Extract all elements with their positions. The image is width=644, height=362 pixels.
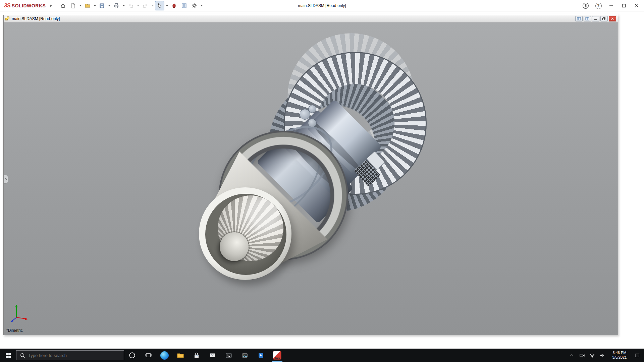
minimize-icon [608, 3, 614, 9]
settings-button[interactable] [190, 1, 199, 10]
account-button[interactable] [580, 1, 592, 11]
network-button[interactable] [587, 349, 597, 362]
mouse-gestures-button[interactable] [169, 1, 179, 10]
chevron-down-icon [79, 5, 82, 6]
minimize-icon [594, 17, 598, 20]
open-button[interactable] [83, 1, 92, 10]
task-view-icon [145, 352, 152, 359]
home-button[interactable] [58, 1, 68, 10]
doc-minimize-button[interactable] [592, 16, 599, 21]
photos-button[interactable] [237, 349, 253, 362]
select-cursor-icon [157, 3, 163, 9]
save-dropdown[interactable] [107, 1, 111, 10]
redo-button[interactable] [141, 1, 150, 10]
chevron-down-icon [94, 5, 96, 6]
cortana-button[interactable] [124, 349, 140, 362]
doc-pane-left-button[interactable] [575, 16, 583, 21]
chevron-down-icon [151, 5, 154, 6]
app-titlebar: 3S SOLIDWORKS [0, 0, 644, 11]
task-pane-icon [181, 3, 187, 9]
show-desktop-button[interactable] [642, 349, 644, 362]
command-prompt-button[interactable] [221, 349, 237, 362]
chevron-down-icon [137, 5, 140, 6]
engine-fitting-cylinder-2 [308, 105, 316, 113]
redo-dropdown[interactable] [151, 1, 154, 10]
solidworks-app-icon: 2021 [273, 351, 281, 360]
hidden-icons-button[interactable] [567, 349, 577, 362]
close-button[interactable] [631, 1, 643, 11]
camera-icon [579, 353, 585, 358]
minimize-button[interactable] [605, 1, 617, 11]
menu-flyout-arrow[interactable] [48, 1, 54, 10]
doc-pane-right-button[interactable] [584, 16, 591, 21]
help-icon: ? [595, 3, 602, 9]
chevron-down-icon [108, 5, 111, 6]
mail-icon [209, 352, 216, 358]
cortana-icon [129, 352, 136, 359]
chevron-down-icon [122, 5, 125, 6]
redo-icon [142, 3, 148, 9]
new-document-button[interactable] [68, 1, 78, 10]
start-button[interactable] [0, 349, 16, 362]
gear-icon [191, 3, 197, 9]
system-tray: 3:46 PM 3/5/2021 [567, 349, 644, 362]
print-dropdown[interactable] [122, 1, 125, 10]
account-icon [582, 2, 589, 9]
meet-now-button[interactable] [577, 349, 587, 362]
taskbar-clock[interactable]: 3:46 PM 3/5/2021 [607, 349, 632, 362]
task-pane-button[interactable] [179, 1, 189, 10]
solidworks-version-badge: 2021 [273, 357, 281, 359]
clock-date: 3/5/2021 [612, 355, 627, 360]
chevron-right-icon [50, 4, 52, 7]
file-explorer-icon [177, 352, 184, 359]
document-title: main.SLDASM [Read-only] [12, 16, 573, 21]
command-prompt-icon [225, 352, 232, 359]
help-button[interactable]: ? [592, 1, 604, 11]
select-tool-button[interactable] [155, 1, 164, 10]
save-button[interactable] [97, 1, 107, 10]
document-titlebar[interactable]: main.SLDASM [Read-only] [4, 15, 618, 22]
action-center-button[interactable] [632, 349, 642, 362]
windows-logo-icon [5, 352, 11, 359]
maximize-button[interactable] [618, 1, 630, 11]
pane-icon [585, 17, 589, 20]
mail-button[interactable] [205, 349, 221, 362]
select-tool-dropdown[interactable] [165, 1, 169, 10]
store-icon [193, 352, 200, 359]
solidworks-taskbar-button[interactable]: 2021 [269, 349, 285, 362]
new-document-icon [70, 3, 76, 9]
close-icon [610, 17, 614, 20]
undo-dropdown[interactable] [136, 1, 140, 10]
main-toolbar [58, 1, 203, 10]
document-window: main.SLDASM [Read-only] [3, 15, 618, 335]
doc-restore-button[interactable] [600, 16, 608, 21]
taskbar-search[interactable] [16, 350, 124, 360]
print-icon [113, 3, 119, 9]
store-button[interactable] [189, 349, 205, 362]
brand-name: SOLIDWORKS [12, 3, 46, 8]
open-dropdown[interactable] [93, 1, 97, 10]
graphics-area[interactable]: *Dimetric [4, 22, 618, 335]
file-explorer-button[interactable] [172, 349, 189, 362]
mdi-client-area: main.SLDASM [Read-only] [0, 11, 644, 349]
print-button[interactable] [112, 1, 121, 10]
new-document-dropdown[interactable] [78, 1, 82, 10]
search-input[interactable] [28, 353, 120, 358]
orientation-triad [10, 303, 29, 323]
feature-pane-collapsed-tab[interactable] [4, 175, 8, 184]
settings-dropdown[interactable] [200, 1, 203, 10]
edge-button[interactable] [156, 349, 172, 362]
open-folder-icon [85, 3, 91, 9]
wifi-icon [589, 353, 595, 358]
movies-button[interactable] [253, 349, 269, 362]
maximize-icon [621, 3, 627, 9]
doc-close-button[interactable] [609, 16, 616, 21]
solidworks-logo: 3S SOLIDWORKS [0, 2, 48, 9]
task-view-button[interactable] [140, 349, 156, 362]
undo-button[interactable] [126, 1, 136, 10]
engine-fitting-cylinder-3 [308, 119, 317, 127]
search-icon [20, 353, 25, 358]
volume-button[interactable] [597, 349, 607, 362]
speaker-icon [599, 353, 605, 358]
mouse-icon [171, 3, 177, 9]
